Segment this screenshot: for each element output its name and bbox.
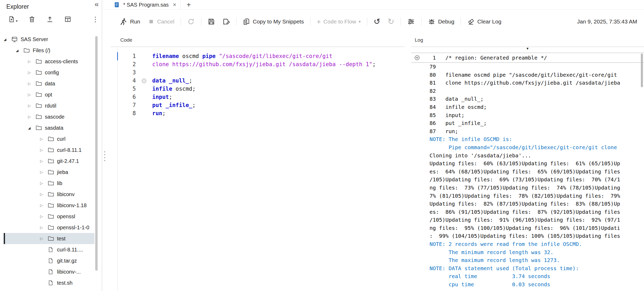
caret-collapsed-icon[interactable]: ▷: [40, 225, 47, 230]
delete-button[interactable]: [28, 16, 36, 23]
copy-to-snippets-button[interactable]: Copy to My Snippets: [239, 18, 308, 25]
tree-item-openssl-1-1-0[interactable]: ▷openssl-1-1-0: [4, 222, 94, 233]
caret-collapsed-icon[interactable]: ▷: [28, 70, 35, 75]
tree-item-curl-8.11.1[interactable]: ▷curl-8.11.1: [4, 144, 94, 156]
sidebar-scrollbar[interactable]: [95, 36, 98, 271]
collapse-sidebar-icon[interactable]: «: [94, 0, 99, 8]
tree-item-libiconv[interactable]: ▷libiconv: [4, 189, 94, 200]
tree-item-rdutil[interactable]: ▷rdutil: [4, 100, 94, 111]
log-scrollbar[interactable]: [641, 54, 643, 87]
tree-item-label: openssl-1-1-0: [57, 225, 89, 231]
tree-item-libiconv-...[interactable]: libiconv-...: [4, 266, 94, 277]
tree-item-libiconv-1.18[interactable]: ▷libiconv-1.18: [4, 200, 94, 211]
tree-item-git-2.47.1[interactable]: ▷git-2.47.1: [4, 156, 94, 167]
log-region-header[interactable]: 1 /* region: Generated preamble */: [411, 53, 644, 63]
code-line-5[interactable]: 5infile oscmd;: [110, 85, 405, 93]
code-line-1[interactable]: 1filename oscmd pipe "/sascode/git/libex…: [110, 52, 405, 60]
tree-item-data[interactable]: ▷data: [4, 78, 94, 89]
tree-item-openssl[interactable]: ▷openssl: [4, 211, 94, 222]
tree-item-curl-8.11....[interactable]: curl-8.11....: [4, 244, 94, 255]
code-to-flow-button[interactable]: + Code to Flow ▾: [313, 18, 364, 25]
log-output-line: /105)Updating files: 69% (73/105)Updatin…: [430, 176, 644, 184]
tree-item-label: opt: [45, 92, 52, 98]
caret-collapsed-icon[interactable]: ▷: [40, 214, 47, 219]
debug-button[interactable]: Debug: [424, 18, 458, 25]
tab-code[interactable]: Code: [110, 37, 132, 43]
code-editor[interactable]: 1filename oscmd pipe "/sascode/git/libex…: [110, 47, 405, 291]
tree-item-files[interactable]: ◢Files (/): [4, 45, 94, 56]
main-area: * SAS Program.sas × + Run Cancel: [102, 0, 644, 291]
new-tab-button[interactable]: +: [181, 1, 197, 9]
submission-history-button[interactable]: [184, 18, 198, 25]
sidebar-splitter-handle[interactable]: [104, 151, 105, 161]
tree-item-config[interactable]: ▷config: [4, 67, 94, 78]
code-line-4[interactable]: 4data _null_;: [110, 77, 405, 85]
tree-item-label: git-2.47.1: [57, 158, 79, 164]
tree-item-curl[interactable]: ▷curl: [4, 133, 94, 144]
caret-expanded-icon[interactable]: ◢: [16, 48, 23, 52]
tree-item-jieba[interactable]: ▷jieba: [4, 167, 94, 178]
code-line-7[interactable]: 7put _infile_;: [110, 101, 405, 109]
redo-button[interactable]: ↻: [384, 18, 398, 26]
tree-item-sasdata[interactable]: ◢sasdata: [4, 122, 94, 133]
run-button[interactable]: Run: [116, 18, 144, 26]
tree-item-git.tar.gz[interactable]: git.tar.gz: [4, 255, 94, 266]
tree-item-test.sh[interactable]: test.sh: [4, 277, 94, 288]
code-line-3[interactable]: 3: [110, 69, 405, 77]
table-view-button[interactable]: [64, 16, 71, 23]
line-number: 3: [110, 69, 136, 77]
tree-item-lib[interactable]: ▷lib: [4, 178, 94, 189]
log-region-text: 1 /* region: Generated preamble */: [411, 55, 547, 61]
caret-collapsed-icon[interactable]: ▷: [40, 203, 47, 207]
line-number: 8: [110, 109, 136, 118]
folder-icon: [47, 202, 54, 209]
folder-icon: [47, 147, 57, 153]
tree-item-access-clients[interactable]: ▷access-clients: [4, 56, 94, 67]
caret-collapsed-icon[interactable]: ▷: [40, 181, 47, 185]
undo-button[interactable]: ↺: [370, 18, 384, 26]
code-text: clone https://github.com/fxsjy/jieba.git…: [152, 60, 376, 69]
clear-log-button[interactable]: Clear Log: [464, 18, 505, 25]
cancel-button[interactable]: Cancel: [144, 18, 178, 25]
tree-item-v2.47.1.t...[interactable]: v2.47.1.t...: [4, 288, 94, 291]
caret-collapsed-icon[interactable]: ▷: [28, 81, 35, 86]
caret-collapsed-icon[interactable]: ▷: [40, 192, 47, 196]
new-item-button[interactable]: ▾: [8, 16, 18, 23]
more-options-button[interactable]: ⋮: [82, 16, 99, 23]
caret-collapsed-icon[interactable]: ▷: [28, 59, 35, 64]
caret-collapsed-icon[interactable]: ▷: [40, 137, 47, 141]
log-region-divider-handle[interactable]: ▾: [527, 46, 529, 51]
caret-collapsed-icon[interactable]: ▷: [40, 148, 47, 152]
tab-close-icon[interactable]: ×: [173, 1, 176, 8]
line-number: 7: [110, 101, 136, 109]
code-line-6[interactable]: 6input;: [110, 93, 405, 101]
log-panel-header: Log: [411, 33, 644, 47]
editor-settings-button[interactable]: [403, 18, 419, 26]
caret-expanded-icon[interactable]: ◢: [28, 126, 35, 130]
fold-collapse-icon[interactable]: [136, 77, 152, 85]
tree-item-sascode[interactable]: ▷sascode: [4, 111, 94, 122]
upload-button[interactable]: [46, 16, 54, 23]
toolbar-separator: [461, 18, 461, 26]
tree-item-test[interactable]: ▷test: [4, 233, 94, 244]
panel-splitter[interactable]: [405, 33, 411, 291]
caret-collapsed-icon[interactable]: ▷: [40, 159, 47, 163]
folder-icon: [35, 124, 42, 131]
caret-collapsed-icon[interactable]: ▷: [28, 104, 35, 108]
expand-region-icon[interactable]: [414, 55, 420, 62]
caret-collapsed-icon[interactable]: ▷: [28, 93, 35, 97]
tab-log[interactable]: Log: [411, 37, 423, 43]
tree-item-opt[interactable]: ▷opt: [4, 89, 94, 100]
save-as-button[interactable]: [219, 18, 233, 25]
caret-collapsed-icon[interactable]: ▷: [40, 170, 47, 174]
save-button[interactable]: [204, 18, 219, 25]
caret-expanded-icon[interactable]: ◢: [4, 37, 11, 41]
code-line-8[interactable]: 8run;: [110, 109, 405, 118]
tab-sas-program[interactable]: * SAS Program.sas ×: [109, 0, 181, 9]
code-text: infile oscmd;: [152, 85, 195, 93]
caret-collapsed-icon[interactable]: ▷: [40, 236, 47, 241]
caret-collapsed-icon[interactable]: ▷: [28, 115, 35, 119]
code-line-2[interactable]: 2clone https://github.com/fxsjy/jieba.gi…: [110, 60, 405, 69]
copy-snippets-icon: [243, 18, 250, 25]
tree-item-sas-server[interactable]: ◢SAS Server: [4, 34, 94, 45]
